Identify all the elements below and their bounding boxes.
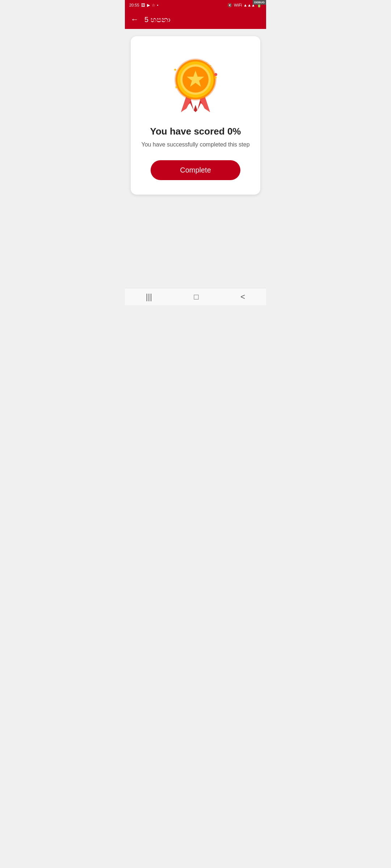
svg-point-16 <box>214 73 217 76</box>
medal-illustration: ✦ • ★ ★ • <box>167 51 224 116</box>
svg-text:✦: ✦ <box>173 67 177 73</box>
svg-text:•: • <box>210 64 211 68</box>
page-title: 5 හපනා <box>144 16 171 24</box>
dot-indicator: • <box>157 3 159 7</box>
menu-icon[interactable]: ||| <box>146 292 152 302</box>
score-subtitle: You have successfully completed this ste… <box>141 141 249 149</box>
app-bar: ← 5 හපනා <box>125 10 266 29</box>
svg-marker-4 <box>194 105 197 112</box>
svg-text:•: • <box>206 61 207 64</box>
main-content: ✦ • ★ ★ • You have scored 0% You have su… <box>125 29 266 288</box>
complete-button[interactable]: Complete <box>151 160 240 180</box>
time-display: 20:55 <box>129 3 139 7</box>
debug-badge: DEBUG <box>253 0 266 5</box>
bottom-nav: ||| □ < <box>125 288 266 305</box>
back-icon[interactable]: < <box>240 292 245 302</box>
wifi-icon: WiFi <box>234 3 242 7</box>
photo-icon: 🖼 <box>141 3 145 7</box>
app-icon: ☆ <box>152 3 155 8</box>
svg-text:★: ★ <box>175 85 178 90</box>
youtube-icon: ▶ <box>147 3 150 8</box>
back-button[interactable]: ← <box>131 15 139 24</box>
score-title: You have scored 0% <box>150 126 241 137</box>
status-left: 20:55 🖼 ▶ ☆ • <box>129 3 158 8</box>
result-card: ✦ • ★ ★ • You have scored 0% You have su… <box>131 36 260 195</box>
mute-icon: 🔇 <box>227 3 232 8</box>
status-bar: 20:55 🖼 ▶ ☆ • 🔇 WiFi ▲▲▲ 🔋 DEBUG <box>125 0 266 10</box>
home-icon[interactable]: □ <box>194 292 199 302</box>
